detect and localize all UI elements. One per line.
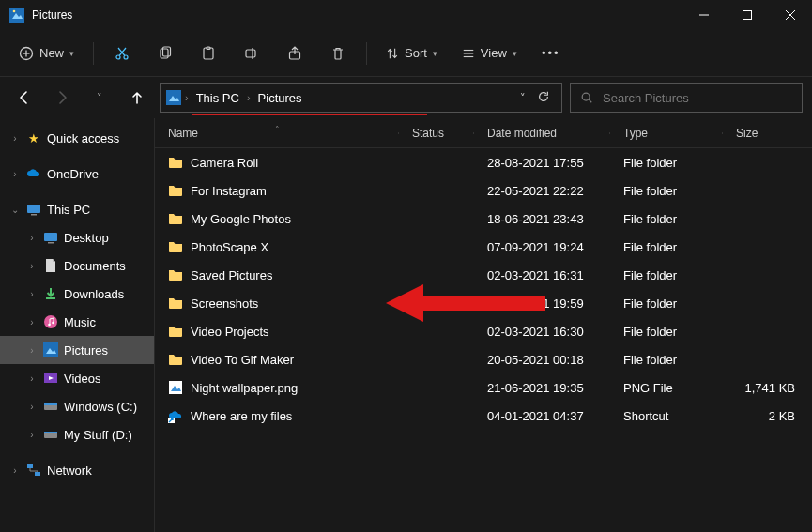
file-row[interactable]: PhotoScape X07-09-2021 19:24File folder: [155, 233, 812, 261]
copy-button[interactable]: [146, 38, 184, 69]
file-row[interactable]: Video To Gif Maker20-05-2021 00:18File f…: [155, 345, 812, 373]
recent-button[interactable]: ˅: [84, 83, 115, 113]
separator: [366, 42, 367, 65]
back-button[interactable]: [9, 83, 39, 113]
png-icon: [168, 380, 183, 395]
file-type: File folder: [610, 353, 723, 367]
sidebar-item-label: Pictures: [64, 343, 108, 357]
refresh-button[interactable]: [537, 90, 550, 106]
folder-icon: [168, 267, 183, 282]
file-row[interactable]: Saved Pictures02-03-2021 16:31File folde…: [155, 261, 812, 289]
delete-button[interactable]: [319, 38, 357, 69]
chevron-right-icon: ›: [26, 317, 38, 327]
chevron-down-icon[interactable]: ˅: [520, 92, 526, 104]
svg-rect-4: [743, 11, 752, 20]
svg-point-2: [13, 10, 16, 13]
file-row[interactable]: Video Projects02-03-2021 16:30File folde…: [155, 317, 812, 345]
sidebar-item-label: Downloads: [64, 287, 124, 301]
folder-icon: [168, 211, 183, 226]
file-name: Video To Gif Maker: [191, 353, 294, 367]
file-row[interactable]: For Instagram22-05-2021 22:22File folder: [155, 176, 812, 205]
paste-icon: [201, 46, 216, 61]
toolbar: New ▾ Sort ▾ View ▾ •••: [0, 30, 812, 77]
drive-icon: [43, 258, 58, 273]
svg-point-26: [582, 93, 590, 100]
file-row[interactable]: My Google Photos18-06-2021 23:43File fol…: [155, 205, 812, 233]
file-name: My Google Photos: [191, 212, 291, 226]
breadcrumb-pictures[interactable]: Pictures: [254, 89, 306, 107]
titlebar: Pictures: [0, 0, 812, 30]
chevron-down-icon: ▾: [513, 49, 517, 58]
svg-point-33: [44, 315, 57, 328]
view-button[interactable]: View ▾: [452, 38, 527, 69]
rename-button[interactable]: [233, 38, 270, 69]
file-row[interactable]: Screenshots08-09-2021 19:59File folder: [155, 289, 812, 317]
sidebar-item-music[interactable]: ›Music: [0, 308, 154, 336]
paste-button[interactable]: [190, 38, 227, 69]
file-type: File folder: [610, 240, 723, 254]
sidebar-item-windows-c-[interactable]: ›Windows (C:): [0, 392, 154, 420]
svg-rect-43: [44, 432, 57, 433]
close-button[interactable]: [769, 0, 812, 30]
column-date[interactable]: Date modified: [474, 127, 610, 140]
file-date: 20-05-2021 00:18: [474, 353, 610, 367]
column-name[interactable]: Name˄: [155, 127, 399, 140]
chevron-right-icon: ›: [9, 133, 21, 144]
file-date: 04-01-2021 04:37: [474, 409, 610, 423]
forward-button[interactable]: [47, 83, 77, 113]
breadcrumb-this-pc[interactable]: This PC: [192, 89, 243, 107]
sidebar-this-pc[interactable]: ⌄ This PC: [0, 195, 154, 223]
sidebar-item-downloads[interactable]: ›Downloads: [0, 280, 154, 308]
more-button[interactable]: •••: [532, 38, 570, 69]
sidebar-item-documents[interactable]: ›Documents: [0, 251, 154, 280]
chevron-right-icon: ›: [26, 289, 38, 299]
chevron-right-icon: ›: [185, 92, 189, 103]
sidebar-quick-access[interactable]: › ★ Quick access: [0, 124, 154, 152]
chevron-right-icon: ›: [26, 373, 38, 384]
file-name: Saved Pictures: [191, 268, 272, 282]
chevron-right-icon: ›: [26, 430, 38, 440]
chevron-down-icon: ▾: [433, 49, 437, 58]
up-button[interactable]: [122, 83, 152, 113]
column-status[interactable]: Status: [399, 127, 474, 140]
view-label: View: [481, 46, 507, 60]
chevron-right-icon: ›: [26, 402, 38, 412]
file-type: File folder: [610, 296, 723, 311]
sidebar-item-pictures[interactable]: ›Pictures: [0, 336, 154, 364]
file-date: 21-06-2021 19:35: [474, 381, 610, 395]
sidebar-item-label: This PC: [47, 203, 90, 217]
folder-icon: [168, 239, 183, 254]
chevron-right-icon: ›: [9, 169, 21, 179]
sidebar-item-label: Videos: [64, 372, 101, 386]
address-bar[interactable]: › This PC › Pictures ˅: [160, 83, 562, 113]
cut-button[interactable]: [103, 38, 141, 69]
sidebar-network[interactable]: › Network: [0, 456, 154, 484]
sidebar-item-videos[interactable]: ›Videos: [0, 364, 154, 392]
search-input[interactable]: [603, 91, 792, 105]
file-date: 28-08-2021 17:55: [474, 156, 610, 170]
minimize-button[interactable]: [682, 0, 726, 30]
new-button[interactable]: New ▾: [9, 38, 84, 69]
sort-label: Sort: [405, 46, 427, 60]
column-type[interactable]: Type: [610, 127, 723, 140]
search-box[interactable]: [570, 83, 803, 113]
sidebar-item-label: Desktop: [64, 231, 109, 245]
file-row[interactable]: Where are my files04-01-2021 04:37Shortc…: [155, 402, 812, 430]
sort-indicator-icon: ˄: [275, 125, 280, 134]
monitor-icon: [26, 202, 41, 217]
file-row[interactable]: Night wallpaper.png21-06-2021 19:35PNG F…: [155, 373, 812, 402]
share-button[interactable]: [276, 38, 314, 69]
sidebar-onedrive[interactable]: › OneDrive: [0, 160, 154, 188]
sidebar-item-my-stuff-d-[interactable]: ›My Stuff (D:): [0, 420, 154, 448]
file-list[interactable]: Camera Roll28-08-2021 17:55File folderFo…: [155, 148, 812, 532]
svg-rect-31: [48, 242, 54, 244]
svg-point-34: [48, 324, 51, 327]
file-size: 1,741 KB: [723, 381, 812, 395]
new-label: New: [39, 46, 64, 60]
sidebar-item-desktop[interactable]: ›Desktop: [0, 223, 154, 251]
file-row[interactable]: Camera Roll28-08-2021 17:55File folder: [155, 148, 812, 176]
sort-button[interactable]: Sort ▾: [376, 38, 447, 69]
drive-icon: [43, 230, 58, 245]
maximize-button[interactable]: [726, 0, 769, 30]
column-size[interactable]: Size: [723, 127, 812, 140]
